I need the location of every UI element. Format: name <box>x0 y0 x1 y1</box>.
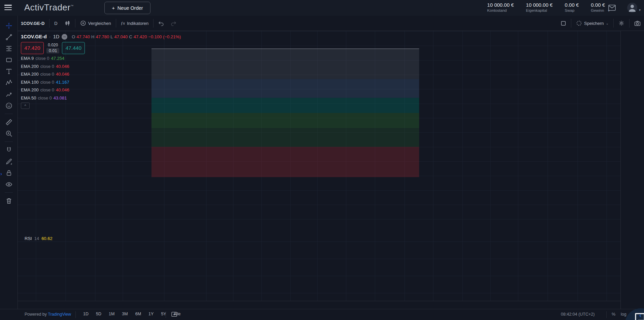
eye-tool[interactable] <box>3 178 15 190</box>
indicator-name: EMA 50 <box>21 95 36 101</box>
crosshair-tool[interactable] <box>3 20 15 31</box>
collapse-panel-icon[interactable]: ‹ <box>639 312 641 319</box>
time-axis[interactable] <box>18 301 620 310</box>
price-axis[interactable] <box>620 31 644 309</box>
stat-label: Eigenkapital <box>526 8 552 13</box>
text-icon <box>5 68 13 75</box>
account-stats: 10 000.00 €Kontostand10 000.00 €Eigenkap… <box>487 2 605 13</box>
chart-legend: 1COV.GE-d · 1D – O47.740 H47.780 L47.040… <box>21 33 181 109</box>
undo-icon <box>158 21 164 26</box>
indicator-row[interactable]: EMA 9close 047.254 <box>21 54 181 63</box>
legend-collapse-button[interactable]: ^ <box>21 103 30 109</box>
stat-value: 10 000.00 € <box>487 2 514 8</box>
shapes-icon <box>5 56 13 64</box>
avatar[interactable] <box>627 2 638 14</box>
emoji-tool[interactable] <box>3 100 15 111</box>
stat-label: Kontostand <box>487 8 514 13</box>
magnet-tool[interactable] <box>3 144 15 156</box>
object-tree-arrow-icon[interactable]: › <box>0 171 2 176</box>
indicator-value: 47.254 <box>51 56 65 61</box>
range-button-5y[interactable]: 5Y <box>158 310 169 318</box>
undo-button[interactable] <box>155 18 167 28</box>
goto-date-button[interactable] <box>171 311 177 318</box>
legend-hide-icon[interactable]: – <box>62 34 67 40</box>
trash-tool[interactable] <box>3 195 15 206</box>
fib-retracement[interactable] <box>151 49 419 177</box>
forecast-tool[interactable] <box>3 88 15 100</box>
account-stat: 0.00 €Gewinn▾ <box>591 2 605 13</box>
brand-logo: ActivTrader™ <box>24 2 74 13</box>
shapes-tool[interactable] <box>3 54 15 66</box>
percent-scale-button[interactable]: % <box>612 312 615 317</box>
rsi-legend: RSI 14 60.62 <box>25 236 53 241</box>
emoji-icon <box>5 102 13 110</box>
indicator-row[interactable]: EMA 200close 040.046 <box>21 63 181 71</box>
legend-interval[interactable]: 1D <box>53 34 60 39</box>
trend-line-icon <box>5 33 13 41</box>
indicator-params: close 0 <box>40 64 54 69</box>
log-scale-button[interactable]: log <box>621 312 626 317</box>
indicator-name: EMA 200 <box>21 87 39 92</box>
indicator-row[interactable]: EMA 50close 043.081 <box>21 94 181 102</box>
indicator-params: close 0 <box>35 56 49 61</box>
range-button-1d[interactable]: 1D <box>80 310 92 318</box>
legend-ohlc: O47.740 H47.780 L47.040 C47.420 −0.100 (… <box>72 34 181 39</box>
account-stat: 10 000.00 €Kontostand <box>487 2 514 13</box>
tradingview-link[interactable]: TradingView <box>48 312 71 317</box>
chart-footer: Powered by TradingView 1D5D1M3M6M1Y5YAll… <box>0 309 644 320</box>
legend-symbol[interactable]: 1COV.GE-d <box>21 34 47 39</box>
indicator-row[interactable]: EMA 200close 040.046 <box>21 70 181 78</box>
indicator-name: EMA 9 <box>21 56 34 61</box>
new-order-button[interactable]: + Neue Order <box>104 2 150 14</box>
range-button-5d[interactable]: 5D <box>93 310 104 318</box>
redo-icon <box>171 21 176 26</box>
compare-plus-icon <box>80 20 86 26</box>
stat-value: 0.00 € <box>591 2 605 8</box>
range-button-1m[interactable]: 1M <box>106 310 117 318</box>
account-stat: 10 000.00 €Eigenkapital <box>526 2 552 13</box>
trend-line-tool[interactable] <box>3 31 15 43</box>
toolbar-divider <box>5 142 13 142</box>
clock[interactable]: 08:42:04 (UTC+2) <box>561 312 595 317</box>
indicator-legend: EMA 9close 047.254EMA 200close 040.046EM… <box>21 54 181 102</box>
sell-button[interactable]: 47.420 <box>21 42 44 54</box>
chart-settings-button[interactable] <box>615 18 628 28</box>
range-button-6m[interactable]: 6M <box>132 310 144 318</box>
account-caret-icon[interactable]: ▾ <box>639 8 641 12</box>
pattern-tool[interactable] <box>3 77 15 88</box>
ruler-tool[interactable] <box>3 116 15 128</box>
stat-label: Gewinn <box>591 8 605 13</box>
camera-icon <box>634 21 641 26</box>
indicators-button[interactable]: ƒx Indikatoren <box>117 18 152 28</box>
indicator-row[interactable]: EMA 200close 040.046 <box>21 86 181 94</box>
text-tool[interactable] <box>3 66 15 77</box>
indicator-value: 40.046 <box>56 64 69 69</box>
lock-tool[interactable] <box>3 167 15 178</box>
menu-icon[interactable] <box>4 5 12 11</box>
fullscreen-button[interactable] <box>557 18 570 28</box>
stat-value: 0.00 € <box>565 2 579 8</box>
indicator-params: close 0 <box>40 87 54 92</box>
buy-button[interactable]: 47.440 <box>62 42 85 54</box>
redo-button[interactable] <box>167 18 180 28</box>
save-layout-button[interactable]: Speichern ⌄ <box>573 18 612 28</box>
mail-icon[interactable] <box>608 4 616 13</box>
symbol-button[interactable]: 1COV.GE-D <box>18 18 48 28</box>
eye-icon <box>5 181 13 188</box>
range-button-1y[interactable]: 1Y <box>145 310 157 318</box>
fibonacci-tool[interactable] <box>3 43 15 54</box>
indicator-value: 43.081 <box>54 95 67 101</box>
range-button-3m[interactable]: 3M <box>119 310 131 318</box>
indicator-row[interactable]: EMA 100close 041.167 <box>21 78 181 86</box>
draw-tool[interactable] <box>3 156 15 167</box>
powered-by: Powered by TradingView <box>25 312 71 317</box>
snapshot-button[interactable] <box>631 18 644 28</box>
compare-button[interactable]: Vergleichen <box>77 18 114 28</box>
interval-button[interactable]: D <box>51 18 61 28</box>
forecast-icon <box>5 90 13 98</box>
chart-style-button[interactable] <box>61 18 74 28</box>
rsi-value: 60.62 <box>41 236 53 241</box>
stat-label: Swap <box>565 8 579 13</box>
candlestick-icon <box>64 20 70 26</box>
zoom-in-tool[interactable] <box>3 128 15 139</box>
